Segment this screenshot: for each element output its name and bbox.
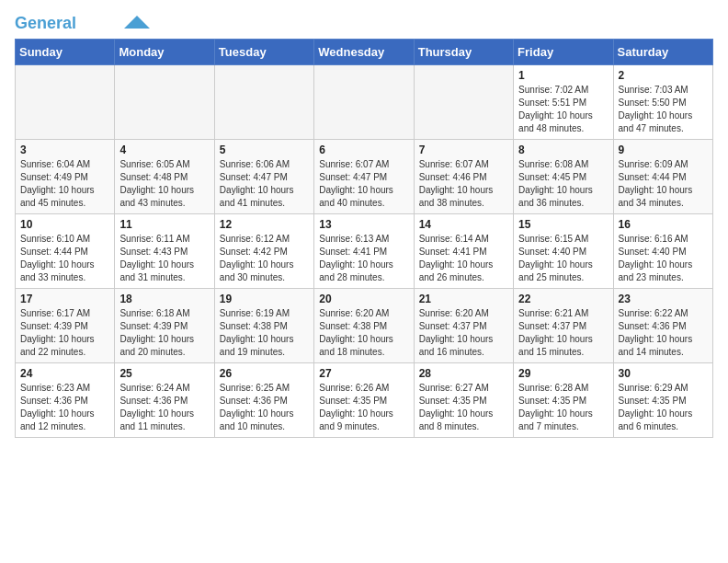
page-header: General — [15, 15, 713, 31]
calendar-cell: 15Sunrise: 6:15 AM Sunset: 4:40 PM Dayli… — [514, 213, 613, 288]
day-header-wednesday: Wednesday — [314, 39, 414, 64]
day-info: Sunrise: 6:13 AM Sunset: 4:41 PM Dayligh… — [319, 233, 408, 284]
calendar-cell — [414, 64, 513, 139]
calendar-cell: 18Sunrise: 6:18 AM Sunset: 4:39 PM Dayli… — [115, 288, 214, 362]
day-number: 3 — [20, 144, 109, 156]
day-number: 24 — [20, 367, 109, 380]
day-info: Sunrise: 6:26 AM Sunset: 4:35 PM Dayligh… — [319, 382, 408, 433]
day-info: Sunrise: 6:10 AM Sunset: 4:44 PM Dayligh… — [20, 233, 109, 284]
day-info: Sunrise: 7:02 AM Sunset: 5:51 PM Dayligh… — [518, 84, 608, 135]
day-header-tuesday: Tuesday — [214, 39, 313, 64]
day-number: 6 — [319, 144, 408, 156]
calendar-cell: 3Sunrise: 6:04 AM Sunset: 4:49 PM Daylig… — [16, 139, 115, 213]
calendar-cell: 19Sunrise: 6:19 AM Sunset: 4:38 PM Dayli… — [214, 288, 313, 362]
day-info: Sunrise: 6:15 AM Sunset: 4:40 PM Dayligh… — [518, 233, 608, 284]
calendar-cell: 30Sunrise: 6:29 AM Sunset: 4:35 PM Dayli… — [613, 362, 712, 437]
day-number: 27 — [319, 367, 408, 380]
day-info: Sunrise: 6:20 AM Sunset: 4:38 PM Dayligh… — [319, 307, 408, 359]
calendar-cell: 28Sunrise: 6:27 AM Sunset: 4:35 PM Dayli… — [414, 362, 513, 437]
day-header-saturday: Saturday — [613, 39, 712, 64]
day-info: Sunrise: 6:09 AM Sunset: 4:44 PM Dayligh… — [619, 158, 708, 210]
calendar-cell: 6Sunrise: 6:07 AM Sunset: 4:47 PM Daylig… — [314, 139, 414, 213]
day-info: Sunrise: 6:08 AM Sunset: 4:45 PM Dayligh… — [518, 158, 608, 210]
day-info: Sunrise: 6:16 AM Sunset: 4:40 PM Dayligh… — [619, 233, 708, 284]
day-info: Sunrise: 6:24 AM Sunset: 4:36 PM Dayligh… — [119, 382, 209, 433]
calendar-cell: 2Sunrise: 7:03 AM Sunset: 5:50 PM Daylig… — [613, 64, 712, 139]
calendar-cell: 5Sunrise: 6:06 AM Sunset: 4:47 PM Daylig… — [214, 139, 313, 213]
calendar-cell: 8Sunrise: 6:08 AM Sunset: 4:45 PM Daylig… — [514, 139, 613, 213]
day-number: 23 — [619, 293, 708, 305]
day-number: 4 — [119, 144, 209, 156]
day-number: 2 — [619, 69, 708, 82]
day-info: Sunrise: 6:17 AM Sunset: 4:39 PM Dayligh… — [20, 307, 109, 359]
day-number: 30 — [619, 367, 708, 380]
day-info: Sunrise: 6:25 AM Sunset: 4:36 PM Dayligh… — [220, 382, 309, 433]
day-info: Sunrise: 6:29 AM Sunset: 4:35 PM Dayligh… — [619, 382, 708, 433]
calendar-cell: 9Sunrise: 6:09 AM Sunset: 4:44 PM Daylig… — [613, 139, 712, 213]
day-info: Sunrise: 6:23 AM Sunset: 4:36 PM Dayligh… — [20, 382, 109, 433]
day-number: 11 — [119, 218, 209, 231]
day-info: Sunrise: 6:12 AM Sunset: 4:42 PM Dayligh… — [220, 233, 309, 284]
day-info: Sunrise: 6:20 AM Sunset: 4:37 PM Dayligh… — [419, 307, 508, 359]
day-info: Sunrise: 6:07 AM Sunset: 4:46 PM Dayligh… — [419, 158, 508, 210]
calendar-cell: 1Sunrise: 7:02 AM Sunset: 5:51 PM Daylig… — [514, 64, 613, 139]
day-number: 22 — [518, 293, 608, 305]
day-number: 25 — [119, 367, 209, 380]
day-header-thursday: Thursday — [414, 39, 513, 64]
logo-icon — [124, 16, 150, 29]
day-number: 17 — [20, 293, 109, 305]
day-info: Sunrise: 6:14 AM Sunset: 4:41 PM Dayligh… — [419, 233, 508, 284]
calendar-cell: 23Sunrise: 6:22 AM Sunset: 4:36 PM Dayli… — [613, 288, 712, 362]
day-number: 19 — [220, 293, 309, 305]
calendar-cell: 26Sunrise: 6:25 AM Sunset: 4:36 PM Dayli… — [214, 362, 313, 437]
calendar-cell — [314, 64, 414, 139]
day-info: Sunrise: 6:27 AM Sunset: 4:35 PM Dayligh… — [419, 382, 508, 433]
day-number: 9 — [619, 144, 708, 156]
calendar-header-row: SundayMondayTuesdayWednesdayThursdayFrid… — [16, 39, 713, 64]
calendar-cell — [115, 64, 214, 139]
calendar-cell: 7Sunrise: 6:07 AM Sunset: 4:46 PM Daylig… — [414, 139, 513, 213]
calendar-cell: 13Sunrise: 6:13 AM Sunset: 4:41 PM Dayli… — [314, 213, 414, 288]
calendar-week-5: 24Sunrise: 6:23 AM Sunset: 4:36 PM Dayli… — [16, 362, 713, 437]
day-info: Sunrise: 6:18 AM Sunset: 4:39 PM Dayligh… — [119, 307, 209, 359]
day-header-sunday: Sunday — [16, 39, 115, 64]
calendar-cell: 4Sunrise: 6:05 AM Sunset: 4:48 PM Daylig… — [115, 139, 214, 213]
day-info: Sunrise: 7:03 AM Sunset: 5:50 PM Dayligh… — [619, 84, 708, 135]
day-number: 15 — [518, 218, 608, 231]
calendar-cell — [16, 64, 115, 139]
calendar-cell — [214, 64, 313, 139]
day-number: 29 — [518, 367, 608, 380]
day-info: Sunrise: 6:21 AM Sunset: 4:37 PM Dayligh… — [518, 307, 608, 359]
calendar-cell: 16Sunrise: 6:16 AM Sunset: 4:40 PM Dayli… — [613, 213, 712, 288]
day-number: 26 — [220, 367, 309, 380]
calendar-week-3: 10Sunrise: 6:10 AM Sunset: 4:44 PM Dayli… — [16, 213, 713, 288]
calendar-cell: 20Sunrise: 6:20 AM Sunset: 4:38 PM Dayli… — [314, 288, 414, 362]
day-number: 5 — [220, 144, 309, 156]
day-header-friday: Friday — [514, 39, 613, 64]
calendar-cell: 17Sunrise: 6:17 AM Sunset: 4:39 PM Dayli… — [16, 288, 115, 362]
logo-general: General — [15, 15, 76, 33]
day-number: 10 — [20, 218, 109, 231]
day-info: Sunrise: 6:22 AM Sunset: 4:36 PM Dayligh… — [619, 307, 708, 359]
day-number: 12 — [220, 218, 309, 231]
calendar-cell: 27Sunrise: 6:26 AM Sunset: 4:35 PM Dayli… — [314, 362, 414, 437]
calendar-cell: 14Sunrise: 6:14 AM Sunset: 4:41 PM Dayli… — [414, 213, 513, 288]
calendar-week-1: 1Sunrise: 7:02 AM Sunset: 5:51 PM Daylig… — [16, 64, 713, 139]
day-number: 14 — [419, 218, 508, 231]
calendar-week-2: 3Sunrise: 6:04 AM Sunset: 4:49 PM Daylig… — [16, 139, 713, 213]
day-number: 20 — [319, 293, 408, 305]
calendar-cell: 24Sunrise: 6:23 AM Sunset: 4:36 PM Dayli… — [16, 362, 115, 437]
calendar-cell: 10Sunrise: 6:10 AM Sunset: 4:44 PM Dayli… — [16, 213, 115, 288]
day-number: 1 — [518, 69, 608, 82]
day-info: Sunrise: 6:11 AM Sunset: 4:43 PM Dayligh… — [119, 233, 209, 284]
calendar-week-4: 17Sunrise: 6:17 AM Sunset: 4:39 PM Dayli… — [16, 288, 713, 362]
day-number: 13 — [319, 218, 408, 231]
calendar-cell: 22Sunrise: 6:21 AM Sunset: 4:37 PM Dayli… — [514, 288, 613, 362]
svg-marker-0 — [124, 16, 150, 29]
day-info: Sunrise: 6:28 AM Sunset: 4:35 PM Dayligh… — [518, 382, 608, 433]
day-info: Sunrise: 6:06 AM Sunset: 4:47 PM Dayligh… — [220, 158, 309, 210]
day-number: 18 — [119, 293, 209, 305]
day-number: 21 — [419, 293, 508, 305]
day-number: 8 — [518, 144, 608, 156]
day-number: 7 — [419, 144, 508, 156]
